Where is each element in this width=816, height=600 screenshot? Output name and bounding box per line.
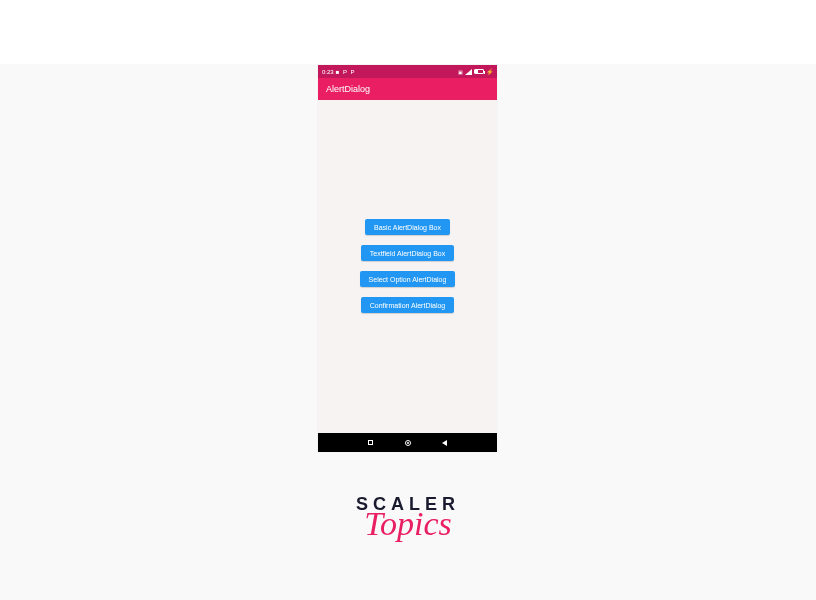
- app-titlebar: AlertDialog: [318, 78, 497, 100]
- app-title: AlertDialog: [326, 84, 370, 94]
- status-time: 0:23: [322, 69, 334, 75]
- battery-icon: [474, 69, 484, 74]
- button-label: Select Option AlertDialog: [369, 276, 447, 283]
- scaler-logo: SCALER Topics: [356, 495, 460, 541]
- nav-back-icon[interactable]: [441, 439, 448, 446]
- signal-icon: [465, 69, 472, 75]
- select-option-alertdialog-button[interactable]: Select Option AlertDialog: [360, 271, 456, 287]
- logo-line-topics: Topics: [356, 507, 460, 541]
- charging-icon: ⚡: [486, 68, 493, 75]
- button-label: Confirmation AlertDialog: [370, 302, 445, 309]
- status-right-group: ▣ ⚡: [458, 68, 493, 75]
- button-label: Textfield AlertDialog Box: [370, 250, 445, 257]
- nav-home-icon[interactable]: [404, 439, 411, 446]
- textfield-alertdialog-button[interactable]: Textfield AlertDialog Box: [361, 245, 454, 261]
- confirmation-alertdialog-button[interactable]: Confirmation AlertDialog: [361, 297, 454, 313]
- android-navbar: [318, 433, 497, 452]
- nav-recent-icon[interactable]: [367, 439, 374, 446]
- status-notification-icons: ■ P P: [336, 69, 356, 75]
- volte-icon: ▣: [458, 69, 463, 75]
- button-label: Basic AlertDialog Box: [374, 224, 441, 231]
- android-status-bar: 0:23 ■ P P ▣ ⚡: [318, 65, 497, 78]
- page-upper-band: [0, 0, 816, 64]
- device-frame: 0:23 ■ P P ▣ ⚡ AlertDialog Basic AlertDi…: [318, 65, 497, 452]
- basic-alertdialog-button[interactable]: Basic AlertDialog Box: [365, 219, 450, 235]
- app-body: Basic AlertDialog Box Textfield AlertDia…: [318, 100, 497, 433]
- status-left-group: 0:23 ■ P P: [322, 69, 356, 75]
